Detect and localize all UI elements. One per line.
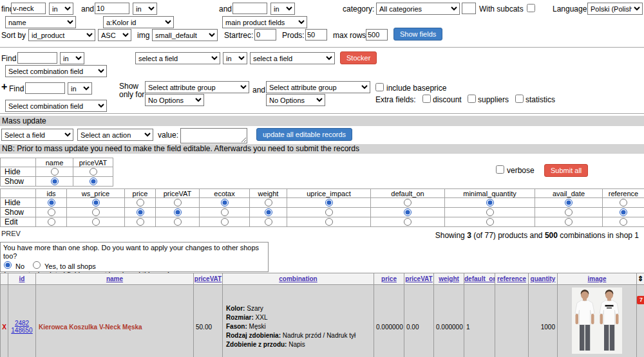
col-header-id[interactable]: id (8, 273, 36, 285)
combination-default_on-hide-radio[interactable] (404, 199, 412, 206)
col-header-price[interactable]: price (374, 273, 404, 285)
combination-minimal_quantity-hide-radio[interactable] (486, 199, 494, 206)
find-input-3[interactable] (232, 3, 267, 14)
category-select[interactable]: All categories (376, 3, 460, 15)
find-in-select-2[interactable]: in (133, 3, 157, 15)
find-in-select-1[interactable]: in (49, 3, 73, 15)
delete-row-button[interactable]: X (1, 285, 8, 357)
combination-ws_price-show-radio[interactable] (92, 208, 100, 216)
add-filter-row-icon[interactable]: + (1, 81, 7, 93)
combination-ids-hide-radio[interactable] (48, 199, 55, 206)
combination-default_on-edit-radio[interactable] (404, 218, 412, 226)
combination-id-link[interactable]: 148650 (8, 327, 35, 334)
combination-field-select-1[interactable]: Select combination field (5, 65, 107, 77)
mass-value-textarea[interactable] (180, 128, 247, 143)
combination-price-show-radio[interactable] (137, 208, 144, 216)
product-priceVAT-show-radio[interactable] (90, 178, 97, 185)
combination-ids-edit-radio[interactable] (48, 218, 55, 226)
sort-direction-select[interactable]: ASC (98, 29, 131, 41)
search-field-select-2[interactable]: a:Kolor id (103, 16, 174, 28)
attribute-options-select-2[interactable]: No Options (266, 94, 325, 106)
startrec-input[interactable] (254, 29, 276, 41)
combination-priceVAT-hide-radio[interactable] (174, 199, 182, 206)
sort-field-select[interactable]: id_product (28, 29, 95, 41)
combination-weight-hide-radio[interactable] (265, 199, 272, 206)
combination-minimal_quantity-show-radio[interactable] (486, 208, 494, 216)
shop-yes-radio[interactable] (33, 261, 41, 269)
combo-find2-input[interactable] (25, 82, 65, 94)
combination-avail_date-hide-radio[interactable] (565, 199, 573, 206)
combination-priceVAT-edit-radio[interactable] (174, 218, 182, 226)
combination-default_on-show-radio[interactable] (404, 208, 412, 216)
product-priceVAT-hide-radio[interactable] (90, 168, 97, 176)
product-id-link[interactable]: 2482 (8, 320, 35, 327)
col-header-pricevat[interactable]: priceVAT (194, 273, 223, 285)
combination-weight-edit-radio[interactable] (265, 218, 272, 226)
sort-icon[interactable]: ⇕ (637, 273, 644, 285)
attribute-group-select-2[interactable]: Select attribute group (266, 81, 370, 93)
combination-ws_price-hide-radio[interactable] (92, 199, 100, 206)
col-header-pricevat2[interactable]: priceVAT (404, 273, 434, 285)
combination-uprice_impact-show-radio[interactable] (325, 208, 333, 216)
combination-uprice_impact-hide-radio[interactable] (325, 199, 333, 206)
mass-action-select[interactable]: Select an action (77, 129, 153, 141)
combination-price-hide-radio[interactable] (137, 199, 144, 206)
combination-priceVAT-show-radio[interactable] (174, 208, 182, 216)
combination-ids-show-radio[interactable] (48, 208, 55, 216)
prods-input[interactable] (305, 29, 327, 41)
shop-no-radio[interactable] (4, 261, 12, 269)
verbose-checkbox[interactable] (496, 165, 504, 174)
select-a-field-2[interactable]: select a field (250, 52, 335, 64)
combination-price-edit-radio[interactable] (137, 218, 144, 226)
stocker-button[interactable]: Stocker (340, 51, 377, 64)
combination-ws_price-edit-radio[interactable] (92, 218, 100, 226)
submit-all-button[interactable]: Submit all (544, 164, 588, 177)
find-in-select-3[interactable]: in (270, 3, 295, 15)
select-a-field-1[interactable]: select a field (135, 52, 220, 64)
combination-reference-hide-radio[interactable] (620, 199, 627, 206)
combination-ecotax-hide-radio[interactable] (221, 199, 229, 206)
combination-field-select-2[interactable]: Select combination field (5, 100, 107, 112)
find-input-2[interactable] (95, 3, 129, 14)
col-header-combination[interactable]: combination (223, 273, 374, 285)
combination-uprice_impact-edit-radio[interactable] (325, 218, 333, 226)
category-id-input[interactable] (462, 3, 476, 14)
col-header-image[interactable]: image (558, 273, 637, 285)
product-name-hide-radio[interactable] (51, 168, 59, 176)
combination-reference-show-radio[interactable] (620, 208, 627, 216)
row-action-icon[interactable]: 7 (637, 296, 644, 304)
combination-ecotax-edit-radio[interactable] (221, 218, 229, 226)
update-all-button[interactable]: update all editable records (256, 128, 352, 141)
attribute-group-select-1[interactable]: Select attribute group (145, 81, 249, 93)
col-header-reference[interactable]: reference (495, 273, 529, 285)
language-select[interactable]: Polski (Polish) (587, 3, 643, 15)
include-baseprice-checkbox[interactable] (375, 83, 384, 91)
combo-find-in-select[interactable]: in (60, 52, 84, 64)
combo-find-input[interactable] (17, 52, 57, 64)
combo-find2-in-select[interactable]: in (68, 82, 92, 95)
combination-avail_date-edit-radio[interactable] (565, 218, 573, 226)
statistics-checkbox[interactable] (515, 95, 524, 103)
with-subcats-checkbox[interactable] (527, 4, 535, 12)
col-header-weight[interactable]: weight (434, 273, 464, 285)
prev-link[interactable]: PREV (1, 230, 21, 237)
attribute-options-select-1[interactable]: No Options (145, 94, 204, 106)
img-size-select[interactable]: small_default (152, 29, 218, 41)
search-scope-select[interactable]: main product fields (222, 16, 307, 28)
product-name-show-radio[interactable] (51, 178, 59, 185)
col-header-name[interactable]: name (36, 273, 194, 285)
col-header-quantity[interactable]: quantity (529, 273, 558, 285)
combination-ecotax-show-radio[interactable] (221, 208, 229, 216)
combination-avail_date-show-radio[interactable] (565, 208, 573, 216)
combination-weight-show-radio[interactable] (265, 208, 272, 216)
find-input-1[interactable] (11, 3, 46, 14)
max-rows-input[interactable] (366, 29, 388, 41)
search-field-select-1[interactable]: name (5, 16, 76, 28)
combination-minimal_quantity-edit-radio[interactable] (486, 218, 494, 226)
suppliers-checkbox[interactable] (468, 95, 476, 103)
product-image[interactable] (572, 288, 622, 354)
show-fields-button[interactable]: Show fields (393, 28, 442, 41)
col-header-default-on[interactable]: default_on (464, 273, 495, 285)
combination-reference-edit-radio[interactable] (620, 218, 627, 226)
discount-checkbox[interactable] (422, 95, 431, 103)
